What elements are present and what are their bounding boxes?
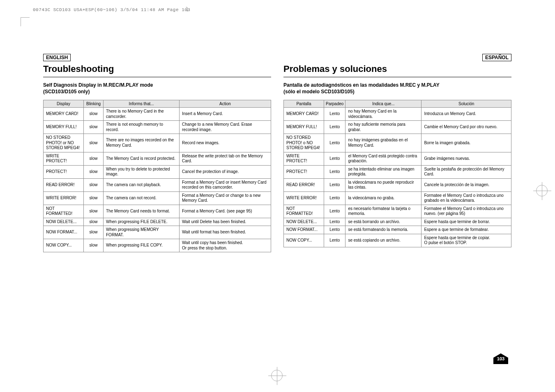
action-cell: Cambie el Memory Card por otro nuevo. [421,121,511,134]
blink-cell: Lento [324,205,345,218]
action-cell: Record new images. [180,134,271,152]
blink-cell: slow [84,218,104,226]
right-column: ESPAÑOL Problemas y soluciones Pantalla … [283,53,511,252]
blink-cell: slow [84,165,104,178]
table-row: WRITE ERROR!Lentola videocámara no graba… [284,191,511,205]
blink-cell: slow [84,152,104,165]
action-cell: Suelte la pestaña de protección del Memo… [421,165,511,178]
inform-cell: la videocámara no graba. [345,191,421,205]
display-cell: READ ERROR! [44,178,84,191]
blink-cell: Lento [324,134,345,152]
table-row: READ ERROR!Lentola videocámara no puede … [284,178,511,191]
blink-cell: slow [84,121,104,134]
page-fold-icon: ⤵ [186,6,189,12]
registration-mark-icon [271,370,283,381]
table-row: NO STORED PHOTO! or NO STORED MPEG4!slow… [44,134,271,152]
inform-cell: es necesario formatear la tarjeta o memo… [345,205,421,218]
display-cell: MEMORY FULL! [284,121,324,134]
table-row: WRITE ERROR!slowThe camera can not recor… [44,191,271,205]
table-row: NOW FORMAT...Lentose está formateando la… [284,226,511,234]
inform-cell: no hay Memory Card en la videocámara. [345,108,421,121]
inform-cell: no hay suficiente memoria para grabar. [345,121,421,134]
action-cell: Espere hasta que termine de borrar. [421,218,511,226]
inform-cell: The camera can not playback. [104,178,180,191]
th-blinking: Blinking [84,100,104,108]
action-cell: Insert a Memory Card. [180,108,271,121]
blink-cell: Lento [324,165,345,178]
right-subtitle: Pantalla de autodiagnósticos en las moda… [283,82,511,95]
right-table: Pantalla Parpadeo Indica que... Solución… [283,100,511,247]
table-row: NOT FORMATTED!slowThe Memory Card needs … [44,205,271,218]
display-cell: MEMORY CARD! [284,108,324,121]
registration-mark-icon [536,185,548,196]
inform-cell: When progressing MEMORY FORMAT. [104,226,180,239]
blink-cell: slow [84,205,104,218]
table-row: NOW COPY...slowWhen progressing FILE COP… [44,239,271,252]
action-cell: Cancele la protección de la imagen. [421,178,511,191]
action-cell: Wait until Delete has been finished. [180,218,271,226]
table-row: MEMORY CARD!Lentono hay Memory Card en l… [284,108,511,121]
blink-cell: slow [84,226,104,239]
th-parpadeo: Parpadeo [324,100,345,108]
display-cell: WRITE PROTECT! [284,152,324,165]
action-cell: Borre la imagen grabada. [421,134,511,152]
display-cell: NO STORED PHOTO! o NO STORED MPEG4! [284,134,324,152]
page-body: ENGLISH Troubleshooting Self Diagnosis D… [43,53,511,252]
inform-cell: When you try to delete to protected imag… [104,165,180,178]
table-row: MEMORY FULL!slowThere is not enough memo… [44,121,271,134]
display-cell: WRITE ERROR! [44,191,84,205]
left-column: ENGLISH Troubleshooting Self Diagnosis D… [43,53,271,252]
th-informs: Informs that... [104,100,180,108]
left-title: Troubleshooting [43,64,271,74]
blink-cell: slow [84,134,104,152]
right-title: Problemas y soluciones [283,64,511,74]
left-table: Display Blinking Informs that... Action … [43,100,271,252]
blink-cell: Lento [324,234,345,247]
table-row: NOW DELETE...slowWhen progressing FILE D… [44,218,271,226]
action-cell: Formatee el Memory Card o introduzca uno… [421,205,511,218]
action-cell: Formatee el Memory Card o introduzca uno… [421,191,511,205]
blink-cell: Lento [324,178,345,191]
crop-mark-icon [21,17,30,26]
page-number-badge: 103 [493,353,508,364]
blink-cell: Lento [324,191,345,205]
display-cell: NOW DELETE... [44,218,84,226]
display-cell: NOW COPY... [44,239,84,252]
table-row: NOW COPY...Lentose está copiando un arch… [284,234,511,247]
inform-cell: se está copiando un archivo. [345,234,421,247]
action-cell: Format a Memory Card or change to a new … [180,191,271,205]
divider [283,77,511,77]
display-cell: NOW FORMAT... [44,226,84,239]
display-cell: NOW COPY... [284,234,324,247]
action-cell: Grabe imágenes nuevas. [421,152,511,165]
inform-cell: There is no Memory Card in the camcorder… [104,108,180,121]
table-row: MEMORY FULL!Lentono hay suficiente memor… [284,121,511,134]
action-cell: Espere a que termine de formatear. [421,226,511,234]
divider [43,77,271,77]
display-cell: MEMORY FULL! [44,121,84,134]
table-row: MEMORY CARD!slowThere is no Memory Card … [44,108,271,121]
inform-cell: se ha intentado eliminar una imagen prot… [345,165,421,178]
inform-cell: se está formateando la memoria. [345,226,421,234]
th-solucion: Solución [421,100,511,108]
th-display: Display [44,100,84,108]
display-cell: PROTECT! [284,165,324,178]
display-cell: MEMORY CARD! [44,108,84,121]
blink-cell: Lento [324,218,345,226]
table-row: NOW DELETE...Lentose está borrando un ar… [284,218,511,226]
action-cell: Wait until format has been finished. [180,226,271,239]
inform-cell: When progressing FILE DELETE. [104,218,180,226]
inform-cell: el Memory Card está protegido contra gra… [345,152,421,165]
blink-cell: slow [84,239,104,252]
action-cell: Espere hasta que termine de copiar. O pu… [421,234,511,247]
action-cell: Release the write protect tab on the Mem… [180,152,271,165]
action-cell: Change to a new Memory Card. Erase recor… [180,121,271,134]
blink-cell: slow [84,178,104,191]
blink-cell: slow [84,191,104,205]
blink-cell: Lento [324,108,345,121]
table-row: NOT FORMATTED!Lentoes necesario formatea… [284,205,511,218]
inform-cell: The Memory Card is record protected. [104,152,180,165]
table-row: NO STORED PHOTO! o NO STORED MPEG4!Lento… [284,134,511,152]
action-cell: Wait until copy has been finished. Or pr… [180,239,271,252]
table-row: WRITE PROTECT!Lentoel Memory Card está p… [284,152,511,165]
